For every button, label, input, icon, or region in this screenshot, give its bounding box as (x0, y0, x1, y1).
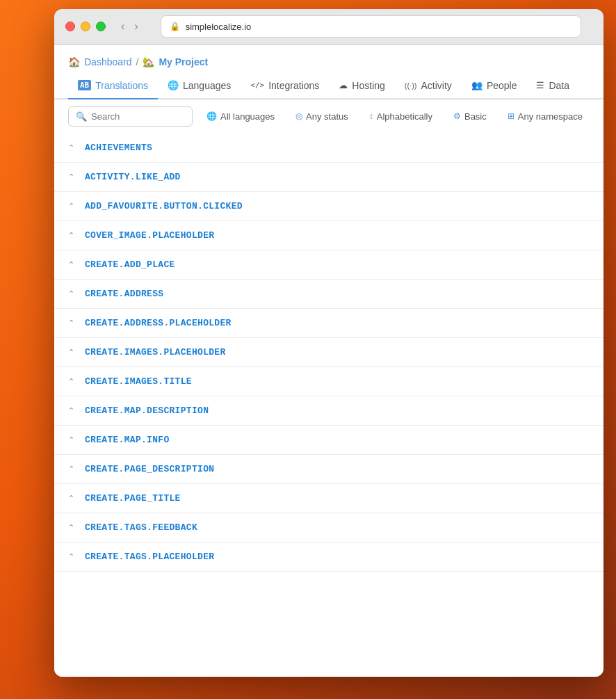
chevron-up-icon: ⌃ (68, 289, 78, 298)
activity-icon: ((·)) (405, 81, 417, 90)
languages-icon: 🌐 (168, 80, 179, 90)
breadcrumb-separator: / (136, 56, 139, 67)
tab-integrations-label: Integrations (268, 80, 319, 91)
translations-icon: AB (78, 80, 91, 90)
chevron-up-icon: ⌃ (68, 202, 78, 211)
list-item[interactable]: ⌃ CREATE.ADDRESS (54, 280, 603, 309)
filter-alphabetically-label: Alphabetically (377, 111, 432, 122)
chevron-up-icon: ⌃ (68, 552, 78, 561)
sort-icon: ↕ (369, 111, 373, 121)
translation-key: CREATE.PAGE_DESCRIPTION (85, 464, 214, 474)
translation-key: ADD_FAVOURITE.BUTTON.CLICKED (85, 201, 243, 211)
chevron-up-icon: ⌃ (68, 260, 78, 269)
breadcrumb-dashboard[interactable]: Dashboard (84, 56, 132, 67)
translation-list: ⌃ ACHIEVEMENTS ⌃ ACTIVITY.LIKE_ADD ⌃ ADD… (54, 134, 603, 677)
chevron-up-icon: ⌃ (68, 465, 78, 474)
tab-languages[interactable]: 🌐 Languages (158, 73, 241, 99)
list-item[interactable]: ⌃ ADD_FAVOURITE.BUTTON.CLICKED (54, 192, 603, 221)
translation-key: CREATE.TAGS.PLACEHOLDER (85, 552, 214, 562)
tab-integrations[interactable]: </> Integrations (241, 73, 329, 99)
list-item[interactable]: ⌃ COVER_IMAGE.PLACEHOLDER (54, 221, 603, 250)
toolbar: 🔍 🌐 All languages ◎ Any status ↕ Alphabe… (54, 99, 603, 134)
chevron-up-icon: ⌃ (68, 523, 78, 532)
tab-data-label: Data (549, 80, 569, 91)
back-button[interactable]: ‹ (118, 19, 127, 34)
search-input[interactable] (91, 111, 185, 122)
breadcrumb-project-icon: 🏡 (143, 56, 154, 67)
integrations-icon: </> (250, 81, 264, 90)
hosting-icon: ☁ (339, 80, 348, 90)
list-item[interactable]: ⌃ CREATE.MAP.INFO (54, 426, 603, 455)
tab-activity-label: Activity (421, 80, 452, 91)
data-icon: ☰ (536, 80, 544, 90)
tab-people[interactable]: 👥 People (462, 73, 527, 99)
title-bar: ‹ › 🔒 simplelocalize.io (54, 9, 603, 45)
translation-key: CREATE.PAGE_TITLE (85, 493, 181, 504)
filter-any-namespace-label: Any namespace (518, 111, 583, 122)
minimize-button[interactable] (81, 22, 90, 31)
list-item[interactable]: ⌃ CREATE.PAGE_TITLE (54, 484, 603, 513)
filter-any-status[interactable]: ◎ Any status (289, 107, 355, 126)
filter-alphabetically[interactable]: ↕ Alphabetically (362, 107, 439, 126)
tab-translations-label: Translations (95, 80, 148, 91)
list-item[interactable]: ⌃ CREATE.IMAGES.PLACEHOLDER (54, 338, 603, 367)
filter-all-languages-label: All languages (220, 111, 275, 122)
close-button[interactable] (65, 22, 75, 31)
address-bar[interactable]: 🔒 simplelocalize.io (161, 15, 581, 38)
translation-key: CREATE.IMAGES.TITLE (85, 376, 192, 387)
filter-basic-label: Basic (464, 111, 487, 122)
status-icon: ◎ (295, 111, 302, 121)
url-text: simplelocalize.io (186, 22, 252, 32)
page-content: 🏠 Dashboard / 🏡 My Project AB Translatio… (54, 45, 603, 677)
filter-any-namespace[interactable]: ⊞ Any namespace (501, 107, 590, 126)
chevron-up-icon: ⌃ (68, 231, 78, 240)
list-item[interactable]: ⌃ CREATE.ADD_PLACE (54, 250, 603, 280)
chevron-up-icon: ⌃ (68, 319, 78, 328)
forward-button[interactable]: › (131, 19, 140, 34)
translation-key: CREATE.MAP.INFO (85, 435, 170, 445)
list-item[interactable]: ⌃ CREATE.ADDRESS.PLACEHOLDER (54, 309, 603, 338)
chevron-up-icon: ⌃ (68, 377, 78, 386)
tab-bar: AB Translations 🌐 Languages </> Integrat… (54, 73, 603, 99)
list-item[interactable]: ⌃ CREATE.TAGS.PLACEHOLDER (54, 543, 603, 572)
search-box[interactable]: 🔍 (68, 106, 193, 127)
list-item[interactable]: ⌃ CREATE.TAGS.FEEDBACK (54, 513, 603, 543)
people-icon: 👥 (471, 80, 483, 90)
list-item[interactable]: ⌃ CREATE.PAGE_DESCRIPTION (54, 455, 603, 484)
translation-key: CREATE.IMAGES.PLACEHOLDER (85, 347, 226, 357)
browser-window: ‹ › 🔒 simplelocalize.io 🏠 Dashboard / 🏡 … (54, 9, 603, 677)
tab-data[interactable]: ☰ Data (526, 73, 579, 99)
tab-activity[interactable]: ((·)) Activity (395, 73, 462, 99)
translation-key: ACTIVITY.LIKE_ADD (85, 172, 181, 182)
breadcrumb: 🏠 Dashboard / 🏡 My Project (54, 45, 603, 73)
nav-buttons: ‹ › (118, 19, 141, 34)
tab-languages-label: Languages (183, 80, 231, 91)
fullscreen-button[interactable] (96, 22, 106, 31)
filter-basic[interactable]: ⚙ Basic (446, 107, 494, 126)
chevron-up-icon: ⌃ (68, 435, 78, 444)
list-item[interactable]: ⌃ ACHIEVEMENTS (54, 134, 603, 163)
chevron-up-icon: ⌃ (68, 406, 78, 415)
globe-icon: 🌐 (206, 111, 217, 121)
list-item[interactable]: ⌃ CREATE.IMAGES.TITLE (54, 367, 603, 396)
lock-icon: 🔒 (170, 22, 180, 31)
tab-hosting[interactable]: ☁ Hosting (329, 73, 394, 99)
list-item[interactable]: ⌃ CREATE.MAP.DESCRIPTION (54, 396, 603, 426)
chevron-up-icon: ⌃ (68, 143, 78, 152)
chevron-up-icon: ⌃ (68, 172, 78, 182)
list-item[interactable]: ⌃ ACTIVITY.LIKE_ADD (54, 163, 603, 192)
tab-hosting-label: Hosting (352, 80, 384, 91)
translation-key: CREATE.ADDRESS (85, 289, 163, 299)
translation-key: COVER_IMAGE.PLACEHOLDER (85, 230, 214, 241)
translation-key: CREATE.TAGS.FEEDBACK (85, 522, 197, 533)
namespace-icon: ⊞ (508, 111, 514, 121)
home-icon: 🏠 (68, 56, 80, 67)
tab-translations[interactable]: AB Translations (68, 73, 158, 99)
filter-all-languages[interactable]: 🌐 All languages (200, 107, 282, 126)
chevron-up-icon: ⌃ (68, 494, 78, 503)
translation-key: CREATE.MAP.DESCRIPTION (85, 405, 209, 416)
filter-any-status-label: Any status (306, 111, 348, 122)
breadcrumb-project: My Project (159, 56, 208, 67)
chevron-up-icon: ⌃ (68, 348, 78, 357)
search-icon: 🔍 (76, 111, 87, 122)
